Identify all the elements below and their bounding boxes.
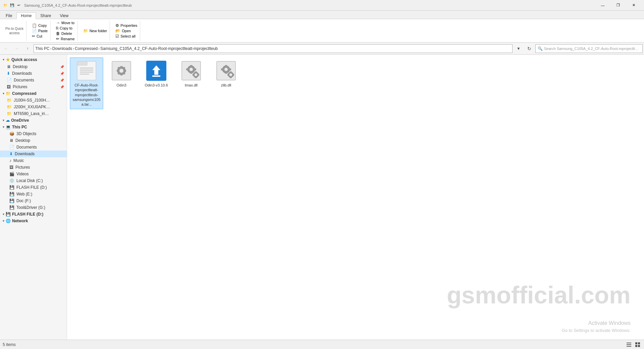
tab-share[interactable]: Share xyxy=(36,12,55,19)
sidebar-item-tooldriver-g[interactable]: 💾 Tool&Driver (G:) xyxy=(0,204,67,211)
up-button[interactable]: ↑ xyxy=(23,44,32,53)
path-thispc[interactable]: This PC xyxy=(35,46,50,51)
network-label: Network xyxy=(12,219,28,223)
move-to-button[interactable]: →Move to xyxy=(56,20,75,25)
cut-button[interactable]: ✂Cut xyxy=(32,34,48,39)
sidebar-item-documents-qa[interactable]: 📄 Documents 📌 xyxy=(0,77,67,83)
new-folder-button[interactable]: 📁New folder xyxy=(83,28,107,33)
close-button[interactable]: ✕ xyxy=(626,0,641,11)
paste-button[interactable]: 📄Paste xyxy=(32,28,48,33)
svg-rect-12 xyxy=(124,70,126,72)
thispc-label: This PC xyxy=(12,125,27,129)
path-folder[interactable]: Samsung_C105A_4.2_CF-Auto-Root-mprojectl… xyxy=(100,46,218,51)
save-icon: 💾 xyxy=(9,3,15,8)
svg-rect-38 xyxy=(221,68,223,70)
tab-home[interactable]: Home xyxy=(16,12,36,19)
restore-button[interactable]: ❐ xyxy=(610,0,626,11)
music-icon: ♪ xyxy=(9,158,11,163)
quickaccess-chevron: ▾ xyxy=(3,58,4,61)
onedrive-chevron: ▾ xyxy=(3,119,4,122)
flash-d-label: FLASH FILE (D:) xyxy=(16,185,47,190)
music-label: Music xyxy=(13,158,24,163)
properties-button[interactable]: ⚙Properties xyxy=(115,23,137,28)
documents-pc-label: Documents xyxy=(16,145,37,150)
3dobjects-label: 3D Objects xyxy=(16,131,36,136)
sidebar-compressed-header[interactable]: ▾ 📁 Compressed xyxy=(0,90,67,97)
sidebar-item-desktop-pc[interactable]: 🖥 Desktop xyxy=(0,137,67,144)
sidebar-onedrive-header[interactable]: ▾ ☁ OneDrive xyxy=(0,117,67,124)
sidebar-item-mt6580[interactable]: 📁 MT6580_Lava_iris_... xyxy=(0,110,67,117)
pictures-pc-icon: 🖼 xyxy=(9,165,13,170)
pin-quick-access-label: Pin to Quick xyxy=(5,27,23,31)
grid-view-button[interactable] xyxy=(634,341,641,348)
sidebar-item-downloads-qa[interactable]: ⬇ Downloads 📌 xyxy=(0,70,67,77)
forward-button[interactable]: → xyxy=(12,44,21,53)
documents-qa-icon: 📄 xyxy=(7,78,12,82)
dropdown-button[interactable]: ▼ xyxy=(514,44,523,53)
open-button[interactable]: 📂Open xyxy=(115,28,137,33)
tab-file[interactable]: File xyxy=(1,12,16,19)
copy-to-button[interactable]: ⎘Copy to xyxy=(56,26,75,31)
svg-rect-25 xyxy=(186,68,188,70)
downloads-pc-label: Downloads xyxy=(15,152,35,156)
copy-button[interactable]: 📋Copy xyxy=(32,23,48,28)
sidebar-thispc-header[interactable]: ▾ 💻 This PC xyxy=(0,124,67,130)
select-all-button[interactable]: ☑Select all xyxy=(115,34,137,39)
path-downloads[interactable]: Downloads xyxy=(52,46,72,51)
zlib-label: zlib.dll xyxy=(221,83,231,88)
sidebar-item-documents-pc[interactable]: 📄 Documents xyxy=(0,144,67,151)
sidebar-item-pictures-qa[interactable]: 🖼 Pictures 📌 xyxy=(0,83,67,90)
sidebar-quickaccess-header[interactable]: ▾ ★ Quick access xyxy=(0,56,67,63)
delete-button[interactable]: 🗑Delete xyxy=(56,31,75,36)
flashfile-label: FLASH FILE (D:) xyxy=(12,212,43,217)
address-path[interactable]: This PC › Downloads › Compressed › Samsu… xyxy=(34,44,513,53)
ribbon: File Home Share View Pin to Quick access… xyxy=(0,11,644,43)
sidebar-item-videos[interactable]: 🎬 Videos xyxy=(0,171,67,177)
undo-icon: ↩ xyxy=(16,3,21,8)
sidebar-item-3dobjects[interactable]: 📦 3D Objects xyxy=(0,130,67,137)
sidebar-item-web-e[interactable]: 💾 Web (E:) xyxy=(0,191,67,197)
sidebar-item-local-disk[interactable]: 💿 Local Disk (C:) xyxy=(0,177,67,184)
star-icon: ★ xyxy=(6,57,10,62)
zlib-file-icon xyxy=(215,60,237,81)
svg-rect-26 xyxy=(195,68,196,70)
pictures-qa-label: Pictures xyxy=(13,84,27,89)
pictures-pin: 📌 xyxy=(60,85,64,89)
desktop-pin: 📌 xyxy=(60,65,64,69)
refresh-button[interactable]: ↻ xyxy=(525,44,534,53)
file-item-odin3v[interactable]: Odin3-v3.10.6 xyxy=(140,57,173,109)
flashfile-chevron: ▾ xyxy=(3,213,4,216)
3dobjects-icon: 📦 xyxy=(9,131,14,136)
local-disk-icon: 💿 xyxy=(9,178,14,183)
ribbon-content: Pin to Quick access 📋Copy 📄Paste ✂Cut →M… xyxy=(0,19,644,42)
file-item-odin3[interactable]: Odin3 xyxy=(105,57,138,109)
odin3-file-icon xyxy=(111,60,132,81)
file-item-zlib[interactable]: zlib.dll xyxy=(209,57,243,109)
tab-view[interactable]: View xyxy=(55,12,73,19)
sidebar-item-music[interactable]: ♪ Music xyxy=(0,157,67,164)
mt6580-label: MT6580_Lava_iris_... xyxy=(14,111,51,116)
file-item-tmax[interactable]: tmax.dll xyxy=(174,57,208,109)
sidebar-item-doc-f[interactable]: 💾 Doc (F:) xyxy=(0,197,67,204)
list-view-button[interactable] xyxy=(625,341,633,348)
sidebar-network-header[interactable]: ▾ 🌐 Network xyxy=(0,218,67,224)
sidebar-item-flash-file-d[interactable]: 💾 FLASH FILE (D:) xyxy=(0,184,67,191)
sidebar-item-desktop[interactable]: 🖥 Desktop 📌 xyxy=(0,63,67,70)
compressed-chevron: ▾ xyxy=(3,92,4,95)
documents-pin: 📌 xyxy=(60,78,64,82)
flash-d-icon: 💾 xyxy=(9,185,14,190)
minimize-button[interactable]: — xyxy=(595,0,610,11)
sidebar-item-pictures-pc[interactable]: 🖼 Pictures xyxy=(0,164,67,171)
rename-button[interactable]: ✏Rename xyxy=(56,37,75,41)
doc-f-label: Doc (F:) xyxy=(16,198,31,203)
sidebar-item-j200h[interactable]: 📁 J200H_XXU0APK1_C... xyxy=(0,104,67,110)
title-bar: 📁 💾 ↩ Samsung_C105A_4.2_CF-Auto-Root-mpr… xyxy=(0,0,644,11)
sidebar-item-downloads-pc[interactable]: ⬇ Downloads xyxy=(0,151,67,157)
flashfile-icon: 💾 xyxy=(6,212,11,217)
search-box[interactable]: 🔍 Search Samsung_C105A_4.2_CF-Auto-Root-… xyxy=(535,44,643,53)
back-button[interactable]: ← xyxy=(1,44,11,53)
path-compressed[interactable]: Compressed xyxy=(75,46,98,51)
sidebar-item-j100h[interactable]: 📁 J100H-SS_J100HXC... xyxy=(0,97,67,104)
file-item-tar[interactable]: CF-Auto-Root-mprojectlteatt-mprojectlteu… xyxy=(70,57,103,109)
sidebar-flashfile-header[interactable]: ▾ 💾 FLASH FILE (D:) xyxy=(0,211,67,218)
